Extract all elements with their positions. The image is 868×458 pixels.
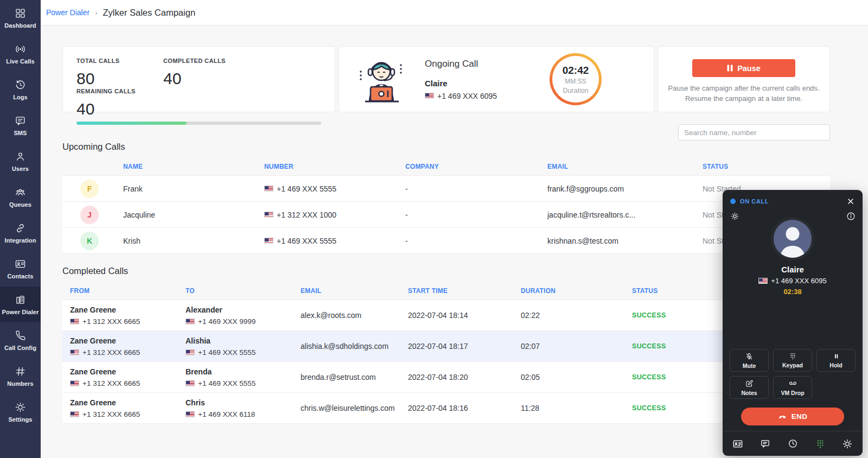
pause-icon bbox=[832, 352, 840, 360]
sidebar: Dashboard Live Calls Logs SMS Users Queu… bbox=[0, 0, 41, 458]
caller-avatar bbox=[774, 220, 812, 258]
sidebar-item-call-config[interactable]: Call Config bbox=[0, 322, 41, 358]
settings-icon[interactable] bbox=[841, 438, 853, 450]
sidebar-item-label: Users bbox=[12, 166, 29, 172]
breadcrumb-separator-icon: › bbox=[95, 9, 97, 17]
from-number: +1 312 XXX 6665 bbox=[70, 379, 186, 387]
close-icon[interactable] bbox=[846, 197, 855, 206]
to-name: Alexander bbox=[186, 306, 301, 314]
ongoing-call-title: Ongoing Call bbox=[425, 59, 497, 69]
sidebar-item-contacts[interactable]: Contacts bbox=[0, 251, 41, 287]
start-time: 2022-07-04 18:20 bbox=[408, 373, 521, 381]
from-cell: Zane Greene +1 312 XXX 6665 bbox=[70, 336, 186, 357]
us-flag-icon bbox=[264, 212, 273, 218]
info-icon[interactable] bbox=[846, 212, 856, 223]
keypad-button[interactable]: Keypad bbox=[773, 349, 812, 372]
notes-button[interactable]: Notes bbox=[730, 376, 769, 399]
caller-name: Claire bbox=[723, 265, 863, 274]
contact-email: alishia.k@sdholdings.com bbox=[301, 342, 408, 351]
sidebar-item-label: Integration bbox=[5, 237, 36, 244]
sidebar-item-logs[interactable]: Logs bbox=[0, 72, 41, 107]
people-group-icon bbox=[15, 187, 27, 199]
ongoing-call-number: +1 469 XXX 6095 bbox=[425, 92, 497, 100]
upcoming-calls-title: Upcoming Calls bbox=[62, 142, 830, 152]
call-settings-gear-icon[interactable] bbox=[730, 212, 739, 223]
to-name: Alishia bbox=[186, 336, 301, 345]
sidebar-item-label: SMS bbox=[14, 130, 27, 136]
completed-calls-header: FROM TO EMAIL START TIME DURATION STATUS bbox=[62, 282, 830, 300]
history-icon[interactable] bbox=[787, 438, 799, 450]
pause-description: Pause the campaign after the current cal… bbox=[668, 84, 820, 104]
to-cell: Brenda +1 469 XXX 5555 bbox=[186, 367, 301, 387]
call-duration-value: 02:42 bbox=[563, 65, 589, 77]
to-cell: Chris +1 469 XXX 6118 bbox=[186, 398, 301, 418]
us-flag-icon bbox=[264, 186, 273, 192]
voicemail-icon bbox=[788, 379, 797, 388]
us-flag-icon bbox=[264, 238, 273, 244]
stat-remaining-calls: REMAINING CALLS 40 bbox=[76, 88, 163, 118]
end-call-button[interactable]: END bbox=[741, 408, 844, 425]
contact-number: +1 312 XXX 1000 bbox=[264, 211, 405, 219]
caller-number: +1 469 XXX 6095 bbox=[723, 277, 863, 285]
completed-calls-table: Zane Greene +1 312 XXX 6665 Alexander +1… bbox=[62, 300, 830, 424]
call-duration-format: MM:SS bbox=[565, 78, 586, 85]
ongoing-call-name: Claire bbox=[425, 79, 497, 88]
column-header-status: STATUS bbox=[703, 163, 830, 170]
campaign-progress-fill bbox=[76, 122, 187, 125]
sidebar-item-queues[interactable]: Queues bbox=[0, 179, 41, 215]
page-title: Zylker Sales Campaign bbox=[103, 8, 195, 18]
sidebar-item-dashboard[interactable]: Dashboard bbox=[0, 0, 41, 36]
sidebar-item-sms[interactable]: SMS bbox=[0, 107, 41, 143]
column-header-number: NUMBER bbox=[264, 163, 405, 170]
mic-muted-icon bbox=[745, 352, 754, 361]
from-name: Zane Greene bbox=[70, 398, 186, 407]
column-header-to: TO bbox=[186, 287, 301, 295]
breadcrumb-power-dialer-link[interactable]: Power Dialer bbox=[46, 8, 90, 17]
duration: 11:28 bbox=[521, 404, 632, 412]
column-header-from: FROM bbox=[70, 287, 186, 295]
from-cell: Zane Greene +1 312 XXX 6665 bbox=[70, 367, 186, 387]
start-time: 2022-07-04 18:16 bbox=[408, 404, 521, 412]
sidebar-item-live-calls[interactable]: Live Calls bbox=[0, 36, 41, 72]
contact-name: Frank bbox=[123, 185, 264, 193]
topbar: Power Dialer › Zylker Sales Campaign bbox=[41, 0, 868, 26]
hold-button[interactable]: Hold bbox=[816, 349, 856, 372]
chat-icon[interactable] bbox=[760, 438, 771, 450]
column-header-company: COMPANY bbox=[405, 163, 547, 170]
mute-button[interactable]: Mute bbox=[730, 349, 769, 372]
us-flag-icon bbox=[186, 411, 195, 417]
from-number: +1 312 XXX 6665 bbox=[70, 410, 186, 418]
completed-calls-title: Completed Calls bbox=[62, 266, 830, 276]
call-duration-ring: 02:42 MM:SS Duration bbox=[550, 53, 602, 105]
search-input[interactable] bbox=[678, 124, 830, 141]
sidebar-item-numbers[interactable]: Numbers bbox=[0, 358, 41, 394]
contact-card-icon[interactable] bbox=[732, 438, 744, 450]
us-flag-icon bbox=[758, 278, 768, 284]
sidebar-item-power-dialer[interactable]: Power Dialer bbox=[0, 287, 41, 322]
vm-drop-button[interactable]: VM Drop bbox=[773, 376, 812, 399]
from-cell: Zane Greene +1 312 XXX 6665 bbox=[70, 306, 186, 326]
hash-icon bbox=[15, 366, 27, 378]
note-icon bbox=[745, 379, 754, 388]
contact-name: Jacquline bbox=[123, 211, 264, 219]
pause-button[interactable]: Pause bbox=[692, 59, 795, 77]
keypad-icon-active[interactable] bbox=[814, 438, 826, 450]
call-controls: Mute Keypad Hold Notes VM Drop bbox=[723, 349, 863, 399]
sidebar-item-users[interactable]: Users bbox=[0, 143, 41, 179]
sidebar-item-integration[interactable]: Integration bbox=[0, 215, 41, 251]
avatar: J bbox=[80, 206, 99, 224]
contact-email: chris.w@leisurelettings.com bbox=[301, 404, 408, 412]
to-cell: Alexander +1 469 XXX 9999 bbox=[186, 306, 301, 326]
to-number: +1 469 XXX 9999 bbox=[186, 317, 301, 326]
contact-company: - bbox=[405, 211, 547, 219]
ongoing-call-card: Ongoing Call Claire +1 469 XXX 6095 02:4… bbox=[339, 46, 654, 112]
ongoing-call-info: Ongoing Call Claire +1 469 XXX 6095 bbox=[425, 59, 497, 100]
to-number: +1 469 XXX 5555 bbox=[186, 348, 301, 357]
sidebar-item-settings[interactable]: Settings bbox=[0, 394, 41, 430]
stat-completed-calls: COMPLETED CALLS 40 bbox=[163, 58, 247, 88]
us-flag-icon bbox=[70, 349, 79, 355]
contact-email: jacquline.t@rtsrealtors.c... bbox=[547, 211, 703, 219]
from-number: +1 312 XXX 6665 bbox=[70, 348, 186, 357]
stat-label: COMPLETED CALLS bbox=[163, 58, 247, 64]
duration: 02:07 bbox=[521, 342, 632, 351]
